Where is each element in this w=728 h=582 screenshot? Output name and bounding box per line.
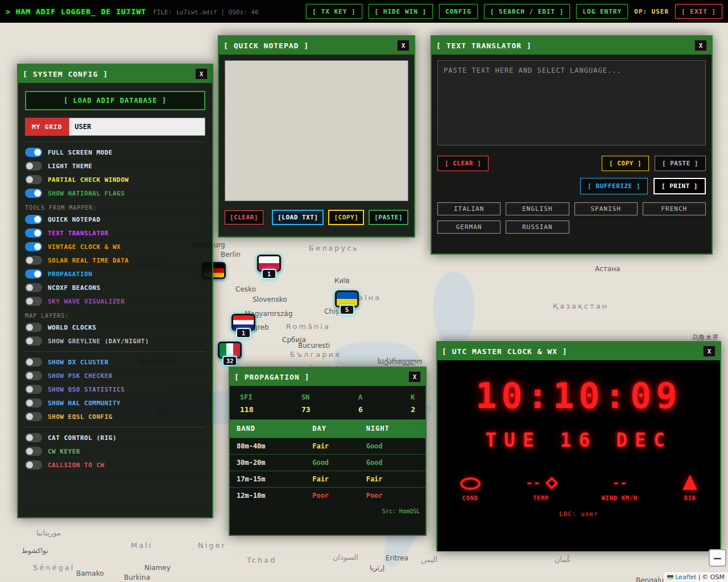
- notepad-load-txt-button[interactable]: [LOAD TXT]: [272, 210, 324, 225]
- toggle-switch[interactable]: [25, 385, 42, 394]
- translator-bufferize-button[interactable]: [ BUFFERIZE ]: [580, 178, 648, 194]
- translator-copy-button[interactable]: [ COPY ]: [602, 156, 649, 171]
- toggle-switch[interactable]: [25, 228, 42, 238]
- my-grid-input[interactable]: [69, 118, 205, 136]
- language-button-french[interactable]: FRENCH: [643, 202, 706, 215]
- utc-clock-panel: [ UTC MASTER CLOCK & WX ] X 10:10:09 TUE…: [436, 341, 721, 551]
- toggle-label: SHOW PSK CHECKER: [48, 372, 113, 380]
- config-toggle-row: CAT CONTROL (RIG): [25, 431, 205, 444]
- system-config-titlebar[interactable]: [ SYSTEM CONFIG ] X: [18, 65, 212, 83]
- toggle-switch[interactable]: [25, 371, 42, 380]
- toggle-knob: [26, 372, 33, 379]
- toggle-switch[interactable]: [25, 297, 42, 306]
- text-translator-titlebar[interactable]: [ TEXT TRANSLATOR ] X: [432, 36, 712, 55]
- toggle-switch[interactable]: [25, 242, 42, 251]
- toggle-switch[interactable]: [25, 256, 42, 265]
- sn-index: SN 73: [301, 393, 311, 414]
- toggle-switch[interactable]: [25, 398, 42, 408]
- translator-paste-button[interactable]: [ PASTE ]: [655, 156, 706, 171]
- attribution-separator: |: [698, 573, 701, 581]
- search-edit-button[interactable]: [ SEARCH / EDIT ]: [484, 4, 570, 19]
- map-marker-ukraine[interactable]: 5: [333, 290, 361, 315]
- quick-notepad-titlebar[interactable]: [ QUICK NOTEPAD ] X: [219, 36, 414, 55]
- toggle-switch[interactable]: [25, 215, 42, 224]
- close-icon[interactable]: X: [408, 371, 421, 383]
- config-toggle-row: SHOW NATIONAL FLAGS: [25, 186, 205, 200]
- toggle-switch[interactable]: [25, 447, 42, 456]
- map-label: Berlin: [221, 251, 241, 259]
- config-button[interactable]: CONFIG: [439, 4, 478, 19]
- toggle-label: SHOW DX CLUSTER: [48, 359, 109, 366]
- language-button-german[interactable]: GERMAN: [437, 221, 500, 234]
- map-marker-croatia[interactable]: 1: [230, 314, 257, 338]
- toggle-switch[interactable]: [25, 336, 42, 346]
- propagation-titlebar[interactable]: [ PROPAGATION ] X: [230, 368, 425, 386]
- sn-value: 73: [301, 405, 311, 414]
- translator-clear-button[interactable]: [ CLEAR ]: [437, 156, 489, 171]
- close-icon[interactable]: X: [694, 40, 707, 51]
- toggle-switch[interactable]: [25, 175, 42, 184]
- language-button-english[interactable]: ENGLISH: [506, 202, 569, 215]
- notepad-copy-button[interactable]: [COPY]: [328, 210, 364, 225]
- toggle-switch[interactable]: [25, 323, 42, 332]
- toggle-switch[interactable]: [25, 161, 42, 171]
- load-adif-database-button[interactable]: [ LOAD ADIF DATABASE ]: [25, 91, 205, 110]
- toggle-switch[interactable]: [25, 189, 42, 198]
- toggle-switch[interactable]: [25, 148, 42, 157]
- leaflet-flag-icon: [667, 575, 673, 580]
- map-marker-poland[interactable]: 1: [255, 255, 283, 279]
- map-marker-italy[interactable]: 32: [216, 342, 243, 366]
- language-button-russian[interactable]: RUSSIAN: [506, 221, 569, 234]
- file-info: FILE: iu7iwt.adif | QSOs: 46: [153, 9, 258, 16]
- toggle-switch[interactable]: [25, 357, 42, 367]
- a-index: A 6: [358, 393, 363, 414]
- config-divider: [25, 427, 205, 427]
- marker-count-badge: 1: [262, 269, 276, 279]
- toggle-switch[interactable]: [25, 412, 42, 421]
- toggle-label: LIGHT THEME: [48, 163, 92, 170]
- map-label: السودان: [333, 553, 358, 562]
- propagation-title: [ PROPAGATION ]: [234, 373, 309, 381]
- toggle-switch[interactable]: [25, 460, 42, 469]
- map-zoom-out-button[interactable]: −: [709, 549, 726, 567]
- language-button-italian[interactable]: ITALIAN: [437, 202, 500, 215]
- marker-count-badge: 32: [222, 356, 237, 366]
- translator-body: [ CLEAR ] [ COPY ] [ PASTE ] [ BUFFERIZE…: [432, 55, 712, 239]
- temp-label: TEMP: [533, 495, 549, 501]
- language-button-spanish[interactable]: SPANISH: [574, 202, 638, 215]
- notepad-clear-button[interactable]: [CLEAR]: [225, 210, 263, 225]
- toggle-knob: [34, 190, 41, 197]
- notepad-textarea[interactable]: [225, 60, 408, 201]
- notepad-actions: [CLEAR] [LOAD TXT] [COPY] [PASTE]: [225, 210, 408, 225]
- toggle-label: CALLSION TO CW: [48, 462, 105, 469]
- temp-value: --: [526, 476, 541, 490]
- log-entry-button[interactable]: LOG ENTRY: [576, 4, 628, 19]
- tx-key-button[interactable]: [ TX KEY ]: [306, 4, 362, 19]
- prop-day-cell: Fair: [305, 471, 359, 488]
- map-label: Sénégal: [33, 563, 75, 572]
- direction-arrow-icon: [682, 475, 697, 490]
- close-icon[interactable]: X: [397, 40, 410, 51]
- toggle-label: SKY WAVE VISUALIZER: [48, 298, 125, 305]
- toggle-switch[interactable]: [25, 283, 42, 292]
- config-section-label: MAP LAYERS:: [25, 313, 205, 319]
- close-icon[interactable]: X: [195, 68, 208, 80]
- toggle-switch[interactable]: [25, 269, 42, 278]
- config-toggle-row: SHOW HAL COMMUNITY: [25, 396, 205, 410]
- wind-label: WIND KM/H: [602, 495, 638, 501]
- utc-clock-titlebar[interactable]: [ UTC MASTER CLOCK & WX ] X: [437, 342, 720, 360]
- translator-textarea[interactable]: [437, 60, 706, 146]
- leaflet-link[interactable]: Leaflet: [675, 573, 696, 581]
- exit-button[interactable]: [ EXIT ]: [675, 4, 722, 19]
- toggle-switch[interactable]: [25, 433, 42, 442]
- toggle-knob: [26, 462, 33, 468]
- toggle-label: PROPAGATION: [48, 271, 92, 278]
- config-section-label: TOOLS FROM MAPPER:: [25, 205, 205, 211]
- config-toggle-row: SHOW PSK CHECKER: [25, 369, 205, 383]
- translator-print-button[interactable]: [ PRINT ]: [653, 178, 706, 194]
- prop-day-cell: Fair: [305, 438, 359, 455]
- hide-win-button[interactable]: [ HIDE WIN ]: [369, 4, 433, 19]
- toggle-label: SHOW HAL COMMUNITY: [48, 400, 121, 407]
- notepad-paste-button[interactable]: [PASTE]: [369, 210, 408, 225]
- close-icon[interactable]: X: [703, 346, 715, 357]
